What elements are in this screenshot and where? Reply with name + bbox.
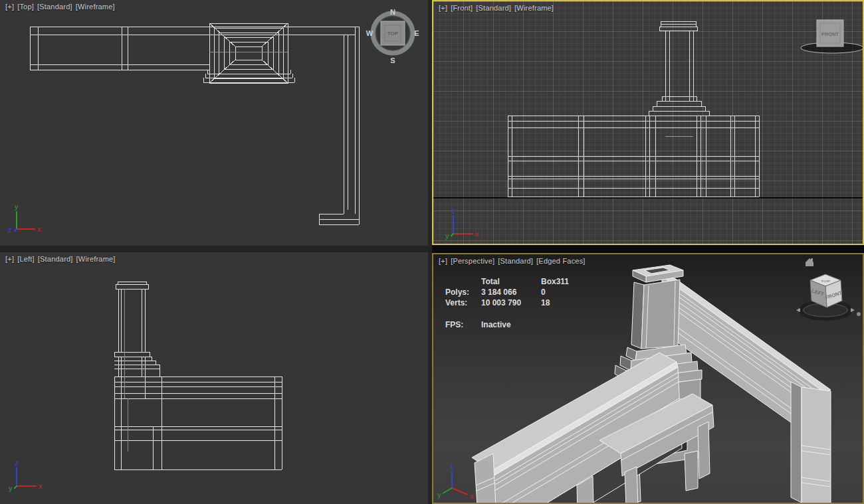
axis-x-label: x	[470, 492, 474, 500]
viewcube-perspective[interactable]: TOP FRONT LEFT	[792, 254, 863, 329]
viewcube-option-dot[interactable]	[857, 312, 861, 316]
viewport-left[interactable]: [+][Left][Standard][Wireframe]	[0, 252, 428, 504]
axis-z-label: z	[8, 226, 12, 234]
viewcube-top[interactable]: N W E S TOP	[363, 3, 426, 66]
compass-south: S	[390, 56, 395, 64]
axis-x-label: x	[475, 230, 479, 238]
viewport-menu-view[interactable]: [Front]	[451, 4, 473, 12]
viewport-menu-view[interactable]: [Perspective]	[451, 257, 494, 265]
viewport-menu-shading[interactable]: [Edged Faces]	[536, 257, 586, 265]
left-wireframe-canvas: z x y	[0, 252, 428, 504]
viewport-menu-view[interactable]: [Left]	[17, 255, 35, 263]
viewcube-top-face-label: TOP	[821, 280, 831, 283]
axis-tripod-left	[14, 467, 37, 489]
viewport-grid: [+][Top][Standard][Wireframe]	[0, 0, 864, 504]
axis-z-label: z	[451, 207, 455, 214]
axis-y-label: y	[437, 491, 441, 499]
viewcube-front-face-label: FRONT	[821, 31, 839, 37]
viewcube-top-face-label: TOP	[387, 31, 399, 37]
axis-z-label: z	[450, 462, 454, 470]
viewport-menu-plus[interactable]: [+]	[439, 4, 447, 12]
compass-north: N	[390, 8, 395, 16]
stats-col-object: Box311	[541, 276, 569, 287]
viewport-left-label: [+][Left][Standard][Wireframe]	[5, 255, 119, 263]
axis-tripod-perspective	[443, 471, 468, 495]
stats-polys-object: 0	[541, 287, 569, 297]
viewport-top[interactable]: [+][Top][Standard][Wireframe]	[0, 0, 428, 246]
stats-col-total: Total	[481, 276, 530, 287]
viewport-menu-renderer[interactable]: [Standard]	[37, 3, 72, 11]
viewport-front[interactable]: [+][Front][Standard][Wireframe]	[432, 0, 864, 245]
viewport-menu-renderer[interactable]: [Standard]	[498, 257, 533, 265]
stats-polys-label: Polys:	[445, 287, 471, 297]
viewport-menu-renderer[interactable]: [Standard]	[476, 4, 511, 12]
viewport-menu-renderer[interactable]: [Standard]	[38, 255, 73, 263]
axis-tripod-top	[14, 211, 35, 232]
stats-verts-label: Verts:	[445, 297, 471, 308]
stats-fps-value: Inactive	[481, 319, 569, 330]
axis-y-label: y	[445, 232, 449, 240]
viewport-menu-view[interactable]: [Top]	[17, 3, 34, 11]
axis-y-label: y	[15, 203, 19, 210]
viewport-perspective-label: [+][Perspective][Standard][Edged Faces]	[439, 257, 589, 265]
viewport-menu-shading[interactable]: [Wireframe]	[76, 255, 116, 263]
compass-west: W	[366, 29, 374, 37]
viewport-menu-plus[interactable]: [+]	[5, 255, 14, 263]
axis-x-label: x	[39, 482, 43, 490]
axis-x-label: x	[37, 225, 41, 233]
viewport-menu-shading[interactable]: [Wireframe]	[76, 3, 115, 11]
compass-east: E	[414, 29, 419, 37]
stats-verts-object: 18	[541, 297, 569, 308]
stats-verts-total: 10 003 790	[481, 297, 530, 308]
stats-panel: Total Box311 Polys: 3 184 066 0 Verts: 1…	[445, 276, 569, 330]
viewport-perspective[interactable]: [+][Perspective][Standard][Edged Faces] …	[432, 253, 864, 504]
axis-tripod-front	[451, 215, 473, 236]
viewport-front-label: [+][Front][Standard][Wireframe]	[439, 4, 557, 12]
viewcube-front[interactable]: FRONT	[796, 18, 864, 59]
viewport-top-label: [+][Top][Standard][Wireframe]	[5, 3, 118, 11]
axis-y-label: y	[9, 484, 13, 492]
stats-polys-total: 3 184 066	[481, 287, 530, 297]
ring-rotate-arrows[interactable]	[796, 308, 855, 312]
stats-fps-label: FPS:	[445, 319, 471, 330]
viewport-menu-shading[interactable]: [Wireframe]	[514, 4, 554, 12]
axis-z-label: z	[15, 459, 19, 467]
viewport-divider[interactable]	[432, 245, 864, 253]
viewport-menu-plus[interactable]: [+]	[5, 3, 14, 11]
viewport-menu-plus[interactable]: [+]	[439, 257, 447, 265]
home-icon[interactable]	[806, 258, 813, 266]
